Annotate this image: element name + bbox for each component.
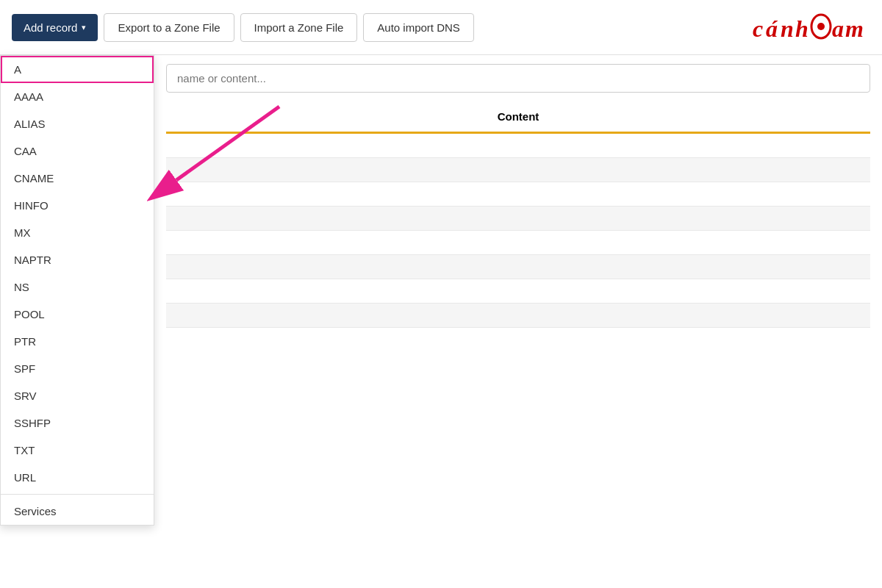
dropdown-item-caa[interactable]: CAA bbox=[1, 137, 154, 165]
table-row bbox=[166, 182, 870, 207]
svg-text:á: á bbox=[766, 15, 778, 42]
table-row bbox=[166, 255, 870, 279]
svg-text:c: c bbox=[753, 15, 763, 42]
logo-svg: c á n h a m bbox=[753, 9, 870, 46]
dropdown-menu: A AAAA ALIAS CAA CNAME HINFO MX NAPTR NS… bbox=[0, 55, 154, 526]
svg-text:a: a bbox=[832, 15, 844, 42]
add-record-label: Add record bbox=[24, 21, 77, 34]
dropdown-item-aaaa[interactable]: AAAA bbox=[1, 83, 154, 110]
table-row bbox=[166, 158, 870, 182]
table-row bbox=[166, 207, 870, 231]
table-area: Content bbox=[154, 101, 882, 328]
content-column-header: Content bbox=[166, 110, 870, 123]
dropdown-item-mx[interactable]: MX bbox=[1, 219, 154, 246]
dropdown-item-url[interactable]: URL bbox=[1, 464, 154, 491]
import-zone-button[interactable]: Import a Zone File bbox=[240, 13, 358, 42]
content-panel: Content bbox=[154, 55, 882, 328]
svg-text:h: h bbox=[795, 15, 808, 42]
dropdown-item-alias[interactable]: ALIAS bbox=[1, 110, 154, 137]
logo: c á n h a m bbox=[753, 9, 870, 46]
dropdown-item-a[interactable]: A bbox=[1, 56, 154, 83]
dropdown-item-naptr[interactable]: NAPTR bbox=[1, 246, 154, 273]
svg-point-5 bbox=[817, 23, 825, 30]
auto-import-button[interactable]: Auto import DNS bbox=[363, 13, 474, 42]
dropdown-item-srv[interactable]: SRV bbox=[1, 382, 154, 409]
dropdown-item-hinfo[interactable]: HINFO bbox=[1, 192, 154, 219]
dropdown-item-spf[interactable]: SPF bbox=[1, 355, 154, 382]
dropdown-divider bbox=[1, 494, 154, 495]
dropdown-item-services[interactable]: Services bbox=[1, 498, 154, 525]
table-header: Content bbox=[166, 101, 870, 134]
dropdown-item-txt[interactable]: TXT bbox=[1, 437, 154, 464]
main-content: A AAAA ALIAS CAA CNAME HINFO MX NAPTR NS… bbox=[0, 55, 882, 328]
search-bar-container bbox=[154, 55, 882, 101]
dropdown-item-ptr[interactable]: PTR bbox=[1, 328, 154, 355]
search-input[interactable] bbox=[166, 64, 870, 93]
dropdown-item-cname[interactable]: CNAME bbox=[1, 165, 154, 192]
table-row bbox=[166, 231, 870, 255]
svg-text:n: n bbox=[781, 15, 794, 42]
toolbar: Add record ▾ Export to a Zone File Impor… bbox=[0, 0, 882, 55]
table-row bbox=[166, 304, 870, 328]
dropdown-arrow-icon: ▾ bbox=[82, 23, 86, 32]
dropdown-item-ns[interactable]: NS bbox=[1, 273, 154, 301]
dropdown-item-sshfp[interactable]: SSHFP bbox=[1, 409, 154, 437]
table-row bbox=[166, 279, 870, 304]
dropdown-item-pool[interactable]: POOL bbox=[1, 301, 154, 328]
add-record-button[interactable]: Add record ▾ bbox=[12, 14, 98, 41]
export-zone-button[interactable]: Export to a Zone File bbox=[104, 13, 234, 42]
table-row bbox=[166, 134, 870, 158]
svg-text:m: m bbox=[845, 15, 864, 42]
